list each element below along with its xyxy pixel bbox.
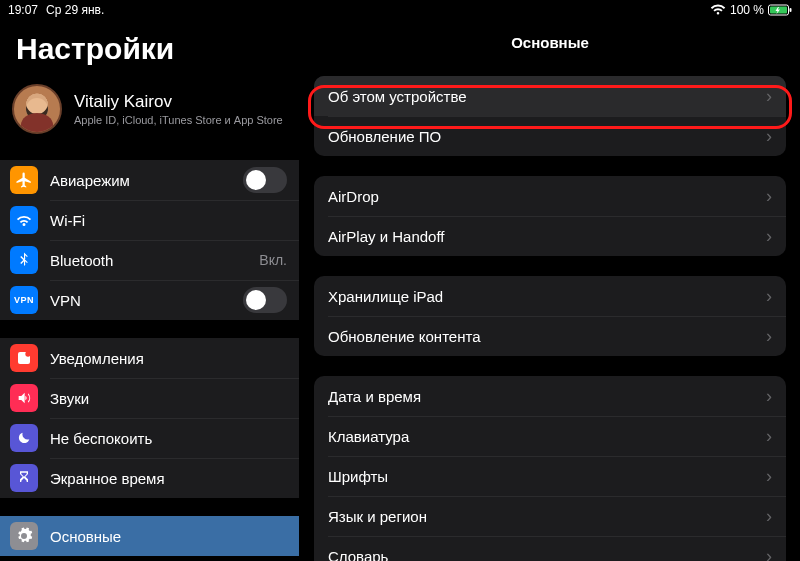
datetime-label: Дата и время xyxy=(328,388,766,405)
chevron-right-icon: › xyxy=(766,327,772,345)
airplane-label: Авиарежим xyxy=(50,172,231,189)
row-storage[interactable]: Хранилище iPad › xyxy=(314,276,786,316)
row-keyboard[interactable]: Клавиатура › xyxy=(314,416,786,456)
sidebar-item-airplane[interactable]: Авиарежим xyxy=(0,160,299,200)
wifi-settings-icon xyxy=(10,206,38,234)
chevron-right-icon: › xyxy=(766,467,772,485)
chevron-right-icon: › xyxy=(766,87,772,105)
row-dictionary[interactable]: Словарь › xyxy=(314,536,786,561)
bluetooth-label: Bluetooth xyxy=(50,252,247,269)
hourglass-icon xyxy=(10,464,38,492)
sidebar-item-vpn[interactable]: VPN VPN xyxy=(0,280,299,320)
battery-icon xyxy=(768,4,792,16)
notifications-icon xyxy=(10,344,38,372)
vpn-toggle[interactable] xyxy=(243,287,287,313)
chevron-right-icon: › xyxy=(766,227,772,245)
airplane-icon xyxy=(10,166,38,194)
settings-title: Настройки xyxy=(0,20,299,76)
storage-label: Хранилище iPad xyxy=(328,288,766,305)
sidebar-item-notifications[interactable]: Уведомления xyxy=(0,338,299,378)
keyboard-label: Клавиатура xyxy=(328,428,766,445)
chevron-right-icon: › xyxy=(766,387,772,405)
sidebar-item-bluetooth[interactable]: Bluetooth Вкл. xyxy=(0,240,299,280)
fonts-label: Шрифты xyxy=(328,468,766,485)
airplane-toggle[interactable] xyxy=(243,167,287,193)
status-battery-percent: 100 % xyxy=(730,3,764,17)
sidebar-item-wifi[interactable]: Wi-Fi xyxy=(0,200,299,240)
apple-id-name: Vitaliy Kairov xyxy=(74,92,283,112)
svg-rect-2 xyxy=(790,8,792,12)
row-language[interactable]: Язык и регион › xyxy=(314,496,786,536)
chevron-right-icon: › xyxy=(766,547,772,561)
vpn-label: VPN xyxy=(50,292,231,309)
notifications-label: Уведомления xyxy=(50,350,287,367)
wifi-icon xyxy=(710,4,726,16)
general-label: Основные xyxy=(50,528,287,545)
apple-id-row[interactable]: Vitaliy Kairov Apple ID, iCloud, iTunes … xyxy=(0,76,299,142)
bluetooth-value: Вкл. xyxy=(259,252,287,268)
chevron-right-icon: › xyxy=(766,127,772,145)
row-airdrop[interactable]: AirDrop › xyxy=(314,176,786,216)
page-title: Основные xyxy=(300,20,800,64)
avatar xyxy=(12,84,62,134)
update-label: Обновление ПО xyxy=(328,128,766,145)
svg-point-4 xyxy=(25,351,30,356)
bluetooth-icon xyxy=(10,246,38,274)
vpn-icon: VPN xyxy=(10,286,38,314)
row-about-device[interactable]: Об этом устройстве › xyxy=(314,76,786,116)
moon-icon xyxy=(10,424,38,452)
row-datetime[interactable]: Дата и время › xyxy=(314,376,786,416)
chevron-right-icon: › xyxy=(766,507,772,525)
airdrop-label: AirDrop xyxy=(328,188,766,205)
sidebar-item-screentime[interactable]: Экранное время xyxy=(0,458,299,498)
screentime-label: Экранное время xyxy=(50,470,287,487)
chevron-right-icon: › xyxy=(766,187,772,205)
sounds-label: Звуки xyxy=(50,390,287,407)
dictionary-label: Словарь xyxy=(328,548,766,562)
row-airplay[interactable]: AirPlay и Handoff › xyxy=(314,216,786,256)
bgrefresh-label: Обновление контента xyxy=(328,328,766,345)
apple-id-sub: Apple ID, iCloud, iTunes Store и App Sto… xyxy=(74,114,283,126)
sounds-icon xyxy=(10,384,38,412)
sidebar-item-sounds[interactable]: Звуки xyxy=(0,378,299,418)
chevron-right-icon: › xyxy=(766,427,772,445)
wifi-label: Wi-Fi xyxy=(50,212,275,229)
status-date: Ср 29 янв. xyxy=(46,3,104,17)
row-software-update[interactable]: Обновление ПО › xyxy=(314,116,786,156)
row-fonts[interactable]: Шрифты › xyxy=(314,456,786,496)
sidebar-item-general[interactable]: Основные xyxy=(0,516,299,556)
airplay-label: AirPlay и Handoff xyxy=(328,228,766,245)
about-label: Об этом устройстве xyxy=(328,88,766,105)
chevron-right-icon: › xyxy=(766,287,772,305)
row-background-refresh[interactable]: Обновление контента › xyxy=(314,316,786,356)
gear-icon xyxy=(10,522,38,550)
dnd-label: Не беспокоить xyxy=(50,430,287,447)
status-time: 19:07 xyxy=(8,3,38,17)
sidebar-item-dnd[interactable]: Не беспокоить xyxy=(0,418,299,458)
language-label: Язык и регион xyxy=(328,508,766,525)
